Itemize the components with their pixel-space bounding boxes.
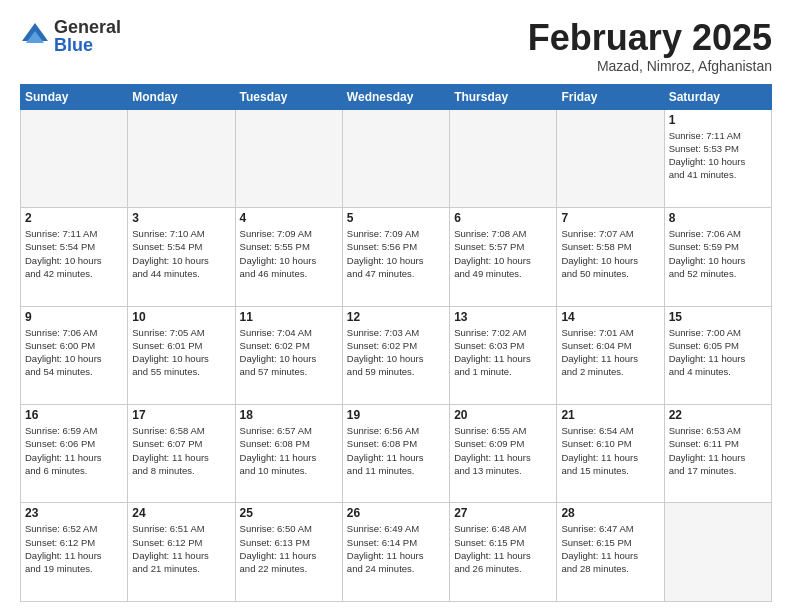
day-info: Sunrise: 6:50 AM Sunset: 6:13 PM Dayligh… (240, 522, 338, 575)
weekday-header: Sunday (21, 84, 128, 109)
weekday-header: Wednesday (342, 84, 449, 109)
day-number: 15 (669, 310, 767, 324)
weekday-header: Friday (557, 84, 664, 109)
weekday-header: Thursday (450, 84, 557, 109)
calendar-cell: 23Sunrise: 6:52 AM Sunset: 6:12 PM Dayli… (21, 503, 128, 602)
calendar-week-row: 1Sunrise: 7:11 AM Sunset: 5:53 PM Daylig… (21, 109, 772, 207)
logo: General Blue (20, 18, 121, 54)
day-info: Sunrise: 7:09 AM Sunset: 5:55 PM Dayligh… (240, 227, 338, 280)
day-number: 11 (240, 310, 338, 324)
day-info: Sunrise: 6:56 AM Sunset: 6:08 PM Dayligh… (347, 424, 445, 477)
day-number: 27 (454, 506, 552, 520)
calendar-cell: 10Sunrise: 7:05 AM Sunset: 6:01 PM Dayli… (128, 306, 235, 404)
calendar-cell: 7Sunrise: 7:07 AM Sunset: 5:58 PM Daylig… (557, 208, 664, 306)
calendar-cell: 9Sunrise: 7:06 AM Sunset: 6:00 PM Daylig… (21, 306, 128, 404)
day-info: Sunrise: 7:05 AM Sunset: 6:01 PM Dayligh… (132, 326, 230, 379)
day-info: Sunrise: 7:02 AM Sunset: 6:03 PM Dayligh… (454, 326, 552, 379)
calendar-cell: 22Sunrise: 6:53 AM Sunset: 6:11 PM Dayli… (664, 405, 771, 503)
calendar-week-row: 16Sunrise: 6:59 AM Sunset: 6:06 PM Dayli… (21, 405, 772, 503)
day-info: Sunrise: 6:47 AM Sunset: 6:15 PM Dayligh… (561, 522, 659, 575)
day-info: Sunrise: 7:03 AM Sunset: 6:02 PM Dayligh… (347, 326, 445, 379)
day-number: 8 (669, 211, 767, 225)
calendar-cell: 19Sunrise: 6:56 AM Sunset: 6:08 PM Dayli… (342, 405, 449, 503)
calendar-cell: 20Sunrise: 6:55 AM Sunset: 6:09 PM Dayli… (450, 405, 557, 503)
logo-general: General (54, 18, 121, 36)
day-number: 22 (669, 408, 767, 422)
calendar-header-row: SundayMondayTuesdayWednesdayThursdayFrid… (21, 84, 772, 109)
calendar-cell: 16Sunrise: 6:59 AM Sunset: 6:06 PM Dayli… (21, 405, 128, 503)
day-info: Sunrise: 6:49 AM Sunset: 6:14 PM Dayligh… (347, 522, 445, 575)
calendar-cell (235, 109, 342, 207)
logo-text: General Blue (54, 18, 121, 54)
day-number: 13 (454, 310, 552, 324)
day-info: Sunrise: 6:53 AM Sunset: 6:11 PM Dayligh… (669, 424, 767, 477)
day-info: Sunrise: 7:10 AM Sunset: 5:54 PM Dayligh… (132, 227, 230, 280)
calendar-cell (21, 109, 128, 207)
calendar-cell: 28Sunrise: 6:47 AM Sunset: 6:15 PM Dayli… (557, 503, 664, 602)
day-number: 21 (561, 408, 659, 422)
day-info: Sunrise: 7:06 AM Sunset: 5:59 PM Dayligh… (669, 227, 767, 280)
day-number: 7 (561, 211, 659, 225)
calendar-cell: 15Sunrise: 7:00 AM Sunset: 6:05 PM Dayli… (664, 306, 771, 404)
day-info: Sunrise: 7:00 AM Sunset: 6:05 PM Dayligh… (669, 326, 767, 379)
calendar-cell: 8Sunrise: 7:06 AM Sunset: 5:59 PM Daylig… (664, 208, 771, 306)
logo-icon (20, 21, 50, 51)
calendar-table: SundayMondayTuesdayWednesdayThursdayFrid… (20, 84, 772, 602)
calendar-cell: 5Sunrise: 7:09 AM Sunset: 5:56 PM Daylig… (342, 208, 449, 306)
calendar-cell (557, 109, 664, 207)
calendar-cell: 12Sunrise: 7:03 AM Sunset: 6:02 PM Dayli… (342, 306, 449, 404)
calendar-cell: 3Sunrise: 7:10 AM Sunset: 5:54 PM Daylig… (128, 208, 235, 306)
calendar-cell: 11Sunrise: 7:04 AM Sunset: 6:02 PM Dayli… (235, 306, 342, 404)
day-number: 6 (454, 211, 552, 225)
calendar-cell: 4Sunrise: 7:09 AM Sunset: 5:55 PM Daylig… (235, 208, 342, 306)
day-info: Sunrise: 6:59 AM Sunset: 6:06 PM Dayligh… (25, 424, 123, 477)
calendar-cell: 6Sunrise: 7:08 AM Sunset: 5:57 PM Daylig… (450, 208, 557, 306)
day-number: 26 (347, 506, 445, 520)
day-info: Sunrise: 6:55 AM Sunset: 6:09 PM Dayligh… (454, 424, 552, 477)
day-number: 19 (347, 408, 445, 422)
calendar-cell: 26Sunrise: 6:49 AM Sunset: 6:14 PM Dayli… (342, 503, 449, 602)
day-number: 12 (347, 310, 445, 324)
day-info: Sunrise: 6:51 AM Sunset: 6:12 PM Dayligh… (132, 522, 230, 575)
calendar-cell: 27Sunrise: 6:48 AM Sunset: 6:15 PM Dayli… (450, 503, 557, 602)
day-info: Sunrise: 7:06 AM Sunset: 6:00 PM Dayligh… (25, 326, 123, 379)
day-number: 17 (132, 408, 230, 422)
header: General Blue February 2025 Mazad, Nimroz… (20, 18, 772, 74)
day-info: Sunrise: 7:04 AM Sunset: 6:02 PM Dayligh… (240, 326, 338, 379)
day-info: Sunrise: 6:54 AM Sunset: 6:10 PM Dayligh… (561, 424, 659, 477)
day-number: 16 (25, 408, 123, 422)
day-info: Sunrise: 7:08 AM Sunset: 5:57 PM Dayligh… (454, 227, 552, 280)
day-number: 1 (669, 113, 767, 127)
calendar-cell (450, 109, 557, 207)
day-number: 20 (454, 408, 552, 422)
day-info: Sunrise: 7:11 AM Sunset: 5:53 PM Dayligh… (669, 129, 767, 182)
calendar-week-row: 9Sunrise: 7:06 AM Sunset: 6:00 PM Daylig… (21, 306, 772, 404)
day-number: 25 (240, 506, 338, 520)
day-number: 4 (240, 211, 338, 225)
calendar-week-row: 23Sunrise: 6:52 AM Sunset: 6:12 PM Dayli… (21, 503, 772, 602)
day-number: 2 (25, 211, 123, 225)
day-info: Sunrise: 6:57 AM Sunset: 6:08 PM Dayligh… (240, 424, 338, 477)
title-block: February 2025 Mazad, Nimroz, Afghanistan (528, 18, 772, 74)
day-info: Sunrise: 7:09 AM Sunset: 5:56 PM Dayligh… (347, 227, 445, 280)
day-info: Sunrise: 7:07 AM Sunset: 5:58 PM Dayligh… (561, 227, 659, 280)
day-info: Sunrise: 6:52 AM Sunset: 6:12 PM Dayligh… (25, 522, 123, 575)
day-number: 18 (240, 408, 338, 422)
month-title: February 2025 (528, 18, 772, 58)
calendar-cell: 17Sunrise: 6:58 AM Sunset: 6:07 PM Dayli… (128, 405, 235, 503)
calendar-cell (342, 109, 449, 207)
day-number: 23 (25, 506, 123, 520)
calendar-cell (664, 503, 771, 602)
day-number: 24 (132, 506, 230, 520)
day-info: Sunrise: 6:58 AM Sunset: 6:07 PM Dayligh… (132, 424, 230, 477)
day-number: 3 (132, 211, 230, 225)
day-number: 28 (561, 506, 659, 520)
page: General Blue February 2025 Mazad, Nimroz… (0, 0, 792, 612)
calendar-cell: 18Sunrise: 6:57 AM Sunset: 6:08 PM Dayli… (235, 405, 342, 503)
calendar-cell: 24Sunrise: 6:51 AM Sunset: 6:12 PM Dayli… (128, 503, 235, 602)
day-info: Sunrise: 7:11 AM Sunset: 5:54 PM Dayligh… (25, 227, 123, 280)
day-number: 14 (561, 310, 659, 324)
logo-blue: Blue (54, 36, 121, 54)
weekday-header: Saturday (664, 84, 771, 109)
weekday-header: Tuesday (235, 84, 342, 109)
